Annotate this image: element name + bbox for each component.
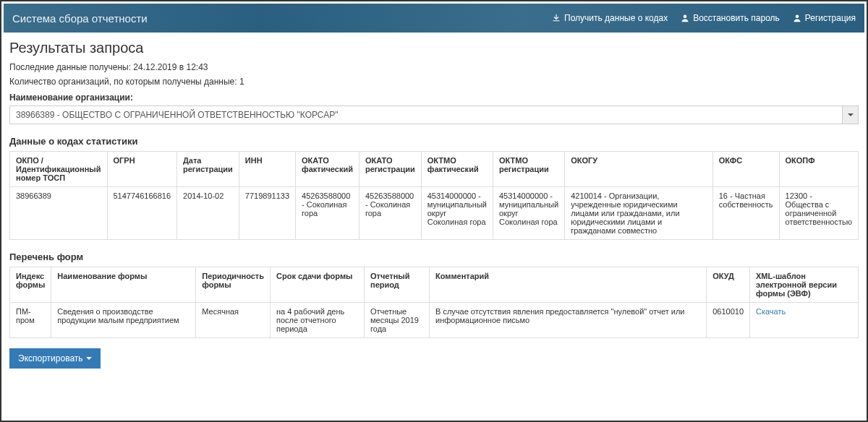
forms-table: Индекс формы Наименование формы Периодич… — [9, 267, 859, 338]
cell-okfs: 16 - Частная собственность — [712, 187, 779, 240]
chevron-down-icon — [86, 357, 92, 360]
cell-deadline: на 4 рабочий день после отчетного период… — [271, 303, 365, 338]
th-xml: XML-шаблон электронной версии формы (ЭВФ… — [750, 267, 859, 303]
th-okpo: ОКПО / Идентификационный номер ТОСП — [10, 152, 108, 187]
th-name: Наименование формы — [51, 267, 196, 303]
download-icon — [552, 14, 561, 22]
org-count: Количество организаций, по которым получ… — [9, 77, 859, 87]
cell-oktmo-reg: 45314000000 - муниципальный округ Соколи… — [493, 187, 564, 240]
nav-register[interactable]: Регистрация — [793, 13, 856, 23]
export-button-label: Экспортировать — [18, 353, 83, 363]
nav-link-label: Получить данные о кодах — [564, 13, 668, 23]
cell-oktmo-fact: 45314000000 - муниципальный округ Соколи… — [421, 187, 493, 240]
cell-okato-fact: 45263588000 - Соколиная гора — [296, 187, 359, 240]
org-select[interactable]: 38966389 - ОБЩЕСТВО С ОГРАНИЧЕННОЙ ОТВЕТ… — [9, 106, 859, 124]
cell-name: Сведения о производстве продукции малым … — [51, 303, 196, 338]
navbar: Система сбора отчетности Получить данные… — [4, 4, 864, 33]
chevron-down-icon — [848, 113, 854, 116]
cell-reg-date: 2014-10-02 — [177, 187, 239, 240]
nav-get-codes[interactable]: Получить данные о кодах — [552, 13, 668, 23]
export-button[interactable]: Экспортировать — [9, 348, 101, 369]
nav-link-label: Регистрация — [805, 13, 856, 23]
forms-section-title: Перечень форм — [9, 251, 859, 262]
table-row: 38966389 5147746166816 2014-10-02 771989… — [10, 187, 859, 240]
cell-index: ПМ-пром — [10, 303, 51, 338]
cell-okud: 0610010 — [707, 303, 750, 338]
app-title: Система сбора отчетности — [12, 12, 148, 25]
cell-ogrn: 5147746166816 — [107, 187, 177, 240]
cell-okopf: 12300 - Общества с ограниченной ответств… — [779, 187, 858, 240]
th-okogu: ОКОГУ — [565, 152, 713, 187]
th-okato-fact: ОКАТО фактический — [296, 152, 359, 187]
user-icon — [793, 14, 801, 22]
cell-rep-period: Отчетные месяцы 2019 года — [365, 303, 430, 338]
org-select-value: 38966389 - ОБЩЕСТВО С ОГРАНИЧЕННОЙ ОТВЕТ… — [10, 106, 842, 124]
download-link[interactable]: Скачать — [756, 307, 786, 316]
th-period: Периодичность формы — [196, 267, 271, 303]
content: Результаты запроса Последние данные полу… — [4, 33, 864, 376]
table-row: ПМ-пром Сведения о производстве продукци… — [10, 303, 859, 338]
th-okopf: ОКОПФ — [779, 152, 858, 187]
th-oktmo-fact: ОКТМО фактический — [421, 152, 493, 187]
cell-okogu: 4210014 - Организации, учрежденные юриди… — [565, 187, 713, 240]
th-ogrn: ОГРН — [107, 152, 177, 187]
stats-table: ОКПО / Идентификационный номер ТОСП ОГРН… — [9, 151, 859, 240]
page-title: Результаты запроса — [9, 40, 859, 56]
svg-point-0 — [684, 15, 687, 19]
cell-inn: 7719891133 — [239, 187, 295, 240]
cell-xml: Скачать — [750, 303, 859, 338]
navbar-right: Получить данные о кодах Восстановить пар… — [552, 13, 856, 23]
th-okud: ОКУД — [707, 267, 750, 303]
th-reg-date: Дата регистрации — [177, 152, 239, 187]
last-received: Последние данные получены: 24.12.2019 в … — [9, 62, 859, 72]
th-oktmo-reg: ОКТМО регистрации — [493, 152, 564, 187]
cell-okpo: 38966389 — [10, 187, 108, 240]
table-header-row: ОКПО / Идентификационный номер ТОСП ОГРН… — [10, 152, 859, 187]
th-comment: Комментарий — [430, 267, 707, 303]
th-inn: ИНН — [239, 152, 295, 187]
th-rep-period: Отчетный период — [365, 267, 430, 303]
cell-comment: В случае отсутствия явления предоставляе… — [430, 303, 707, 338]
th-index: Индекс формы — [10, 267, 51, 303]
cell-period: Месячная — [196, 303, 271, 338]
th-deadline: Срок сдачи формы — [271, 267, 365, 303]
cell-okato-reg: 45263588000 - Соколиная гора — [359, 187, 421, 240]
table-header-row: Индекс формы Наименование формы Периодич… — [10, 267, 859, 303]
org-select-dropdown-button[interactable] — [842, 106, 858, 124]
nav-restore-password[interactable]: Восстановить пароль — [681, 13, 780, 23]
org-label: Наименование организации: — [9, 92, 859, 103]
th-okato-reg: ОКАТО регистрации — [359, 152, 421, 187]
stats-section-title: Данные о кодах статистики — [9, 136, 859, 147]
nav-link-label: Восстановить пароль — [693, 13, 780, 23]
th-okfs: ОКФС — [712, 152, 779, 187]
user-icon — [681, 14, 689, 22]
svg-point-1 — [796, 15, 799, 19]
